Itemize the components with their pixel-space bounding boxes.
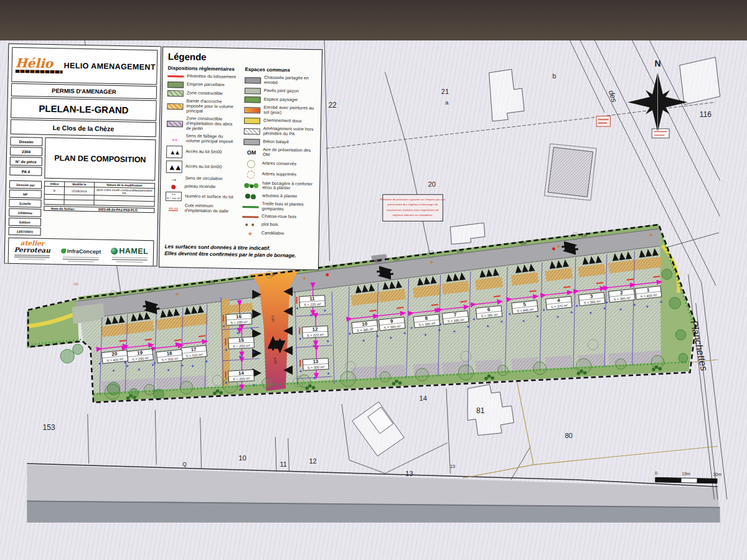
title-block-header: Hélio HELIO AMENAGEMENT	[11, 47, 157, 85]
lotnum-symbol-icon: YYS = xxx m²	[166, 192, 182, 201]
legend-item-label: Accès au lot 5m00	[186, 150, 222, 156]
legend-item-abris: Zone constructible d'implantation des ab…	[167, 116, 238, 133]
legend-item-label: haie bocagère à conforter et/ou à plante…	[262, 181, 314, 192]
om-symbol-icon: OM	[243, 149, 260, 156]
parcel-number: 21	[441, 88, 449, 95]
legend-item-label: Aire de présentation des OM	[263, 147, 315, 158]
legend-title: Légende	[168, 51, 317, 64]
lot-label: 11S = 220 m²	[299, 295, 326, 307]
lot-number: 13	[312, 358, 319, 364]
lot-label: 2S = 365 m²	[609, 289, 635, 302]
lot-number: 12	[312, 326, 318, 332]
legend-item-label: Candélabre	[261, 231, 284, 237]
lot-label: 7S = 395 m²	[443, 310, 469, 324]
legend-item-arbres: Arbres supprimés	[243, 170, 314, 180]
arbrec-symbol-icon	[247, 160, 255, 168]
file-value: 2023-08-24-PA4-PA9-PLG	[82, 207, 154, 212]
road-dimension: 5,00	[148, 287, 154, 292]
legend-item-label: Sens de circulation	[185, 177, 222, 182]
lot-number: 16	[236, 314, 242, 319]
helio-logo-word: Hélio	[16, 57, 63, 70]
emprise-symbol-icon	[167, 82, 184, 88]
legend-item-bande: Bande d'accroche imposée pour le volume …	[167, 99, 238, 115]
entry-dimension: 5,00	[271, 315, 275, 322]
legend-item-label: Numéro et surface du lot	[185, 194, 233, 200]
fire-hydrant-dot	[552, 248, 555, 251]
legend-item-emprise: Emprise parcellaire	[167, 82, 239, 89]
plot-symbol-icon	[242, 222, 258, 228]
beton-symbol-icon	[243, 139, 260, 145]
document-title: PLAN DE COMPOSITION	[44, 138, 156, 180]
legend-item-acces5: Accès au lot 5m00	[166, 146, 238, 159]
road-dimension: 5,00	[330, 265, 337, 269]
helio-logo: Hélio	[12, 57, 63, 74]
legend-item-label: Arbres supprimés	[261, 172, 296, 178]
piece-value: PA 4	[9, 167, 42, 176]
abris-symbol-icon	[167, 121, 183, 127]
scale-label: Echelle	[9, 199, 41, 208]
lot-label: 18S = 305 m²	[156, 350, 182, 363]
enrobe-symbol-icon	[244, 107, 260, 113]
lot-number: 15	[238, 337, 245, 343]
partner-logos: atelier Perroteau InfraConcept HAMEL	[8, 238, 154, 267]
scale-0: 0	[655, 471, 657, 475]
road-dimension: 5,00	[581, 233, 588, 238]
parcel-number: a	[445, 100, 449, 106]
legend-item-plot: plot bois	[242, 222, 314, 229]
legend-item-espace: Espace paysager	[245, 96, 316, 104]
lot-number: 17	[190, 347, 197, 353]
cadastral-section-label: AD	[73, 282, 78, 286]
surfaces-note: Les surfaces sont données à titre indica…	[164, 243, 313, 259]
arbuste-symbol-icon	[243, 193, 259, 199]
legend-item-label: Zone constructible	[187, 91, 223, 96]
drawn-value: NP	[9, 190, 42, 198]
photographed-plan-document: 1S = 400 m²2S = 365 m²3S = 365 m²4S = 37…	[0, 0, 747, 560]
legend-item-perimetre: Périmètre du lotissement	[167, 74, 239, 80]
parcel-number: Q	[182, 461, 187, 467]
scale-10m: 10m	[682, 472, 690, 476]
legend-item-label: plot bois	[261, 223, 278, 228]
chaussee-symbol-icon	[245, 77, 261, 83]
parcel-number: 22	[328, 101, 337, 110]
legend-item-label: Périmètre du lotissement	[187, 74, 236, 80]
legend-item-voirie: Aménagement voirie hors périmètre du PA	[244, 126, 316, 138]
parcel-number: 153	[43, 423, 55, 432]
project-name: Le Clos de la Chèze	[11, 119, 156, 137]
building-outline	[450, 223, 485, 244]
parcel-number: 116	[700, 110, 712, 119]
file-name-row: Nom du fichier: 2023-08-24-PA4-PA9-PLG	[44, 206, 154, 213]
perimetre-symbol-icon	[167, 75, 184, 77]
infraconcept-leaf-icon	[61, 248, 66, 253]
legend-item-zone: Zone constructible	[167, 90, 239, 98]
chasse-symbol-icon	[242, 216, 258, 218]
bande-symbol-icon	[167, 103, 183, 110]
lot-label: 20S = 400 m²	[101, 350, 128, 363]
logo-atelier-perroteau: atelier Perroteau	[9, 238, 56, 264]
cote-symbol-icon: xx,xx	[165, 205, 181, 212]
lot-label: 1S = 400 m²	[635, 286, 661, 299]
edition-label: Edition	[9, 218, 41, 226]
rev-c1: B	[44, 186, 64, 195]
legend-item-label: Chaussée partagée en enrobé	[264, 76, 316, 86]
om-area-label: OM	[375, 258, 382, 263]
road-dimension: 5,00	[393, 257, 400, 261]
lot-number: 14	[238, 370, 245, 376]
arbres-symbol-icon	[247, 170, 255, 179]
legend-item-enrobe: Enrobé avec peintures au sol (jeux)	[244, 105, 316, 116]
legend-item-label: Pavés joint gazon	[264, 89, 299, 95]
parcel-number: 14	[420, 394, 427, 402]
legend-item-sens: →Sens de circulation	[166, 175, 237, 183]
cande-symbol-icon: +	[242, 230, 258, 236]
acces6-symbol-icon	[166, 161, 182, 173]
legend-item-label: Aménagement voirie hors périmètre du PA	[263, 126, 316, 137]
sens-symbol-icon: →	[166, 175, 182, 182]
legend-item-treille: Treille bois et plantes grimpantes	[243, 202, 314, 213]
red-note-line: végétaux robustes ou champêtres.	[392, 213, 433, 217]
legend-item-label: Cote minimum d'implantation de dalle	[184, 204, 237, 215]
lot-number: 18	[166, 350, 172, 357]
poteau-symbol-icon	[171, 185, 176, 189]
lot-label: 19S = 295 m²	[127, 349, 153, 363]
photo-dark-top-edge	[0, 0, 747, 40]
lot-label: 6S = 395 m²	[476, 306, 502, 319]
parcel-number: 80	[565, 432, 572, 439]
